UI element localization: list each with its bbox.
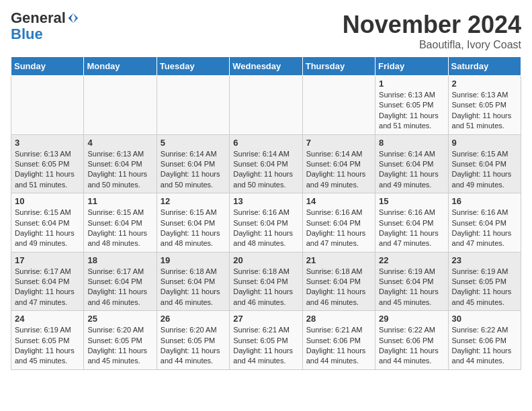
day-info: Sunrise: 6:17 AM Sunset: 6:04 PM Dayligh… [87,267,152,308]
calendar-cell: 4Sunrise: 6:13 AM Sunset: 6:04 PM Daylig… [84,134,157,193]
title-block: November 2024 Baoutifla, Ivory Coast [343,11,521,51]
day-number: 19 [161,255,226,265]
day-header-thursday: Thursday [302,57,375,76]
day-info: Sunrise: 6:14 AM Sunset: 6:04 PM Dayligh… [233,149,298,191]
day-info: Sunrise: 6:16 AM Sunset: 6:04 PM Dayligh… [452,208,517,249]
month-title: November 2024 [343,11,521,39]
svg-marker-1 [69,13,73,23]
day-number: 13 [233,196,298,206]
day-number: 26 [161,314,226,324]
day-info: Sunrise: 6:16 AM Sunset: 6:04 PM Dayligh… [233,208,298,249]
calendar-cell [84,76,157,135]
day-info: Sunrise: 6:16 AM Sunset: 6:04 PM Dayligh… [379,208,444,249]
svg-marker-0 [73,13,78,23]
day-number: 29 [379,314,444,324]
calendar-header-row: SundayMondayTuesdayWednesdayThursdayFrid… [11,57,521,76]
page-header: General Blue November 2024 Baoutifla, Iv… [11,11,521,51]
calendar-cell [157,76,229,135]
day-number: 17 [15,255,80,265]
calendar-week-row: 10Sunrise: 6:15 AM Sunset: 6:04 PM Dayli… [11,193,521,253]
day-number: 15 [379,196,444,206]
calendar-cell: 15Sunrise: 6:16 AM Sunset: 6:04 PM Dayli… [375,193,448,253]
day-number: 9 [452,138,517,148]
calendar-cell: 24Sunrise: 6:19 AM Sunset: 6:05 PM Dayli… [11,311,84,370]
day-number: 21 [306,255,371,265]
day-info: Sunrise: 6:14 AM Sunset: 6:04 PM Dayligh… [306,149,371,191]
day-number: 6 [233,138,298,148]
logo: General Blue [11,11,79,43]
day-number: 20 [233,255,298,265]
day-info: Sunrise: 6:21 AM Sunset: 6:05 PM Dayligh… [233,325,298,367]
day-info: Sunrise: 6:18 AM Sunset: 6:04 PM Dayligh… [161,267,226,308]
calendar-cell: 25Sunrise: 6:20 AM Sunset: 6:05 PM Dayli… [84,311,157,370]
calendar-cell: 3Sunrise: 6:13 AM Sunset: 6:05 PM Daylig… [11,134,84,193]
day-header-sunday: Sunday [11,57,84,76]
day-number: 4 [87,138,152,148]
day-number: 30 [452,314,517,324]
day-number: 25 [87,314,152,324]
day-number: 3 [15,138,80,148]
day-number: 12 [161,196,226,206]
calendar-cell: 22Sunrise: 6:19 AM Sunset: 6:04 PM Dayli… [375,252,448,311]
day-number: 7 [306,138,371,148]
calendar-cell: 23Sunrise: 6:19 AM Sunset: 6:05 PM Dayli… [448,252,521,311]
day-header-monday: Monday [84,57,157,76]
calendar-cell: 17Sunrise: 6:17 AM Sunset: 6:04 PM Dayli… [11,252,84,311]
day-number: 8 [379,138,444,148]
day-header-saturday: Saturday [448,57,521,76]
day-info: Sunrise: 6:19 AM Sunset: 6:05 PM Dayligh… [452,267,517,308]
day-info: Sunrise: 6:22 AM Sunset: 6:06 PM Dayligh… [379,325,444,367]
calendar-cell: 29Sunrise: 6:22 AM Sunset: 6:06 PM Dayli… [375,311,448,370]
day-info: Sunrise: 6:18 AM Sunset: 6:04 PM Dayligh… [233,267,298,308]
calendar-week-row: 3Sunrise: 6:13 AM Sunset: 6:05 PM Daylig… [11,134,521,193]
day-info: Sunrise: 6:15 AM Sunset: 6:04 PM Dayligh… [87,208,152,249]
calendar-cell: 10Sunrise: 6:15 AM Sunset: 6:04 PM Dayli… [11,193,84,253]
calendar-cell: 18Sunrise: 6:17 AM Sunset: 6:04 PM Dayli… [84,252,157,311]
calendar-table: SundayMondayTuesdayWednesdayThursdayFrid… [11,56,521,370]
day-info: Sunrise: 6:14 AM Sunset: 6:04 PM Dayligh… [161,149,226,191]
calendar-cell: 8Sunrise: 6:14 AM Sunset: 6:04 PM Daylig… [375,134,448,193]
day-number: 11 [87,196,152,206]
day-header-tuesday: Tuesday [157,57,229,76]
day-info: Sunrise: 6:17 AM Sunset: 6:04 PM Dayligh… [15,267,80,308]
day-number: 2 [452,79,517,89]
day-info: Sunrise: 6:19 AM Sunset: 6:04 PM Dayligh… [379,267,444,308]
calendar-cell: 12Sunrise: 6:15 AM Sunset: 6:04 PM Dayli… [157,193,229,253]
day-number: 16 [452,196,517,206]
location: Baoutifla, Ivory Coast [343,39,521,51]
calendar-cell: 7Sunrise: 6:14 AM Sunset: 6:04 PM Daylig… [302,134,375,193]
calendar-cell: 30Sunrise: 6:22 AM Sunset: 6:06 PM Dayli… [448,311,521,370]
logo-general: General [11,11,66,26]
calendar-cell: 20Sunrise: 6:18 AM Sunset: 6:04 PM Dayli… [230,252,302,311]
day-info: Sunrise: 6:22 AM Sunset: 6:06 PM Dayligh… [452,325,517,367]
calendar-cell: 2Sunrise: 6:13 AM Sunset: 6:05 PM Daylig… [448,76,521,135]
day-info: Sunrise: 6:14 AM Sunset: 6:04 PM Dayligh… [379,149,444,191]
calendar-cell: 27Sunrise: 6:21 AM Sunset: 6:05 PM Dayli… [230,311,302,370]
calendar-cell: 16Sunrise: 6:16 AM Sunset: 6:04 PM Dayli… [448,193,521,253]
day-info: Sunrise: 6:20 AM Sunset: 6:05 PM Dayligh… [87,325,152,367]
calendar-week-row: 24Sunrise: 6:19 AM Sunset: 6:05 PM Dayli… [11,311,521,370]
day-number: 24 [15,314,80,324]
day-info: Sunrise: 6:15 AM Sunset: 6:04 PM Dayligh… [452,149,517,191]
day-number: 14 [306,196,371,206]
day-number: 1 [379,79,444,89]
day-info: Sunrise: 6:13 AM Sunset: 6:05 PM Dayligh… [15,149,80,191]
logo-blue: Blue [11,26,43,43]
day-info: Sunrise: 6:16 AM Sunset: 6:04 PM Dayligh… [306,208,371,249]
day-info: Sunrise: 6:13 AM Sunset: 6:04 PM Dayligh… [87,149,152,191]
day-info: Sunrise: 6:19 AM Sunset: 6:05 PM Dayligh… [15,325,80,367]
calendar-cell [302,76,375,135]
day-number: 22 [379,255,444,265]
calendar-cell: 14Sunrise: 6:16 AM Sunset: 6:04 PM Dayli… [302,193,375,253]
day-header-friday: Friday [375,57,448,76]
day-info: Sunrise: 6:15 AM Sunset: 6:04 PM Dayligh… [161,208,226,249]
calendar-cell: 6Sunrise: 6:14 AM Sunset: 6:04 PM Daylig… [230,134,302,193]
calendar-cell: 9Sunrise: 6:15 AM Sunset: 6:04 PM Daylig… [448,134,521,193]
logo-icon [67,12,79,24]
calendar-cell: 13Sunrise: 6:16 AM Sunset: 6:04 PM Dayli… [230,193,302,253]
day-info: Sunrise: 6:15 AM Sunset: 6:04 PM Dayligh… [15,208,80,249]
calendar-cell: 11Sunrise: 6:15 AM Sunset: 6:04 PM Dayli… [84,193,157,253]
day-info: Sunrise: 6:20 AM Sunset: 6:05 PM Dayligh… [161,325,226,367]
calendar-cell: 26Sunrise: 6:20 AM Sunset: 6:05 PM Dayli… [157,311,229,370]
day-number: 10 [15,196,80,206]
